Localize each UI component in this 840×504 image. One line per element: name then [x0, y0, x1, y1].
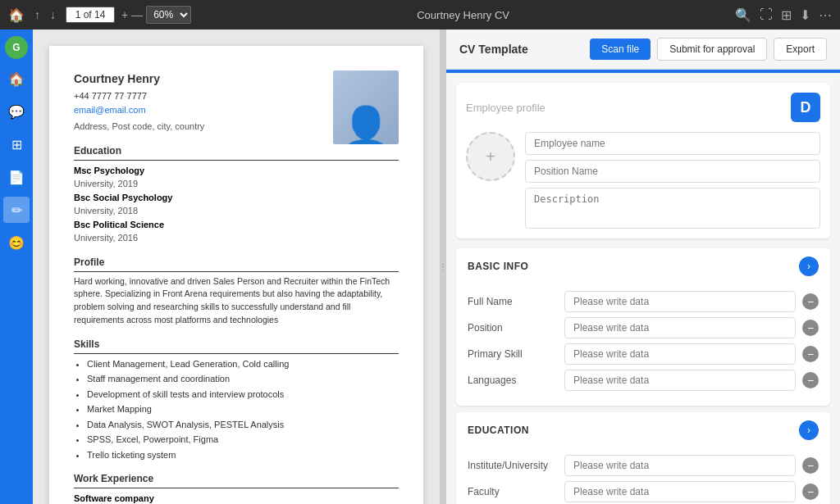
zoom-controls: + — 60% — [121, 6, 191, 24]
sidebar-item-profile[interactable]: 😊 — [3, 229, 30, 256]
work-experience-title: Work Experience — [74, 471, 399, 488]
education-entry-3: Bsc Political Science University, 2016 — [74, 218, 399, 245]
position-label: Position — [468, 322, 558, 334]
languages-label: Languages — [468, 375, 558, 386]
zoom-select[interactable]: 60% — [146, 6, 191, 24]
profile-text: Hard working, innovative and driven Sale… — [74, 275, 399, 327]
employee-name-input[interactable] — [525, 132, 820, 155]
sidebar-item-chat[interactable]: 💬 — [3, 98, 30, 125]
work-company: Software company — [74, 492, 399, 504]
download-button[interactable]: ⬇ — [800, 7, 810, 23]
primary-skill-input[interactable] — [564, 343, 796, 365]
fullname-remove-button[interactable]: − — [802, 293, 819, 310]
page-total: 14 — [94, 9, 105, 20]
languages-input[interactable] — [564, 370, 796, 391]
nav-up-button[interactable]: ↑ — [31, 7, 43, 23]
description-textarea[interactable] — [525, 188, 820, 229]
education-title: Education — [74, 143, 399, 161]
nav-controls: ↑ ↓ — [31, 7, 59, 23]
document-title: Courtney Henry CV — [198, 9, 728, 21]
edu-degree-3: Bsc Political Science — [74, 218, 399, 232]
institute-input-1[interactable] — [564, 455, 796, 476]
employee-fields — [525, 132, 820, 229]
skill-item: Data Analysis, SWOT Analysis, PESTEL Ana… — [87, 418, 399, 432]
right-panel-actions: Scan file Submit for approval Export — [590, 38, 827, 61]
export-button[interactable]: Export — [774, 38, 827, 61]
submit-for-approval-button[interactable]: Submit for approval — [657, 38, 767, 61]
education-row-institute-1: Institute/University − — [468, 455, 819, 476]
education-entry-1: Msc Psychology University, 2019 — [74, 164, 399, 191]
languages-remove-button[interactable]: − — [802, 372, 819, 388]
basic-info-row-position: Position − — [468, 317, 819, 338]
page-info: 1 of 14 — [66, 7, 115, 23]
education-header[interactable]: EDUCATION › — [456, 412, 830, 448]
primary-skill-label: Primary Skill — [468, 348, 558, 360]
cv-photo: 👤 — [333, 70, 399, 144]
toolbar: 🏠 ↑ ↓ 1 of 14 + — 60% Courtney Henry CV … — [0, 0, 840, 30]
main-layout: G 🏠 💬 ⊞ 📄 ✏ 😊 👤 Courtney Henry +44 7777 … — [0, 30, 840, 504]
edu-inst-2: University, 2018 — [74, 204, 399, 218]
basic-info-row-languages: Languages − — [468, 370, 819, 391]
page-current: 1 — [75, 9, 81, 20]
employee-profile-section: Employee profile D + — [456, 83, 830, 238]
primary-skill-remove-button[interactable]: − — [802, 346, 819, 362]
employee-profile-header: Employee profile D — [466, 93, 820, 122]
edu-inst-1: University, 2019 — [74, 177, 399, 191]
resize-handle[interactable]: ⋮ — [440, 30, 446, 504]
home-icon[interactable]: 🏠 — [8, 7, 25, 23]
scan-file-button[interactable]: Scan file — [590, 39, 651, 60]
toolbar-actions: 🔍 ⛶ ⊞ ⬇ ⋯ — [735, 7, 832, 23]
right-panel-header: CV Template Scan file Submit for approva… — [446, 30, 840, 70]
zoom-plus-button[interactable]: + — [121, 8, 128, 21]
institute-label-1: Institute/University — [468, 460, 558, 471]
education-entry-2: Bsc Social Psychology University, 2018 — [74, 191, 399, 218]
sidebar-item-edit[interactable]: ✏ — [3, 197, 30, 223]
fullname-input[interactable] — [564, 291, 796, 312]
edu-degree-2: Bsc Social Psychology — [74, 191, 399, 205]
skill-item: Trello ticketing system — [87, 448, 399, 462]
fullname-label: Full Name — [468, 296, 558, 307]
skill-item: Market Mapping — [87, 402, 399, 416]
position-input[interactable] — [564, 317, 796, 338]
avatar[interactable]: G — [5, 36, 28, 59]
nav-down-button[interactable]: ↓ — [47, 7, 59, 23]
basic-info-row-fullname: Full Name − — [468, 291, 819, 312]
sidebar-item-home[interactable]: 🏠 — [3, 66, 30, 92]
avatar-placeholder[interactable]: + — [466, 132, 515, 181]
education-form-title: EDUCATION — [468, 425, 529, 436]
basic-info-chevron[interactable]: › — [799, 257, 819, 276]
position-remove-button[interactable]: − — [802, 320, 819, 336]
right-panel-title: CV Template — [459, 43, 528, 56]
cv-preview[interactable]: 👤 Courtney Henry +44 7777 77 7777 email@… — [33, 30, 440, 504]
edu-inst-3: University, 2016 — [74, 231, 399, 245]
edu-degree-1: Msc Psychology — [74, 164, 399, 178]
basic-info-header[interactable]: BASIC INFO › — [456, 248, 830, 284]
sidebar: G 🏠 💬 ⊞ 📄 ✏ 😊 — [0, 30, 33, 504]
basic-info-body: Full Name − Position − Primary Skill − — [456, 284, 830, 406]
education-chevron[interactable]: › — [799, 420, 819, 440]
search-button[interactable]: 🔍 — [735, 7, 751, 23]
faculty-input-1[interactable] — [564, 481, 796, 502]
sidebar-item-grid[interactable]: ⊞ — [3, 131, 30, 157]
basic-info-row-skill: Primary Skill − — [468, 343, 819, 365]
skill-item: Staff management and coordination — [87, 372, 399, 386]
position-name-input[interactable] — [525, 160, 820, 183]
sidebar-item-document[interactable]: 📄 — [3, 164, 30, 190]
grid-button[interactable]: ⊞ — [781, 7, 792, 23]
skill-item: Development of skill tests and interview… — [87, 388, 399, 402]
skills-list: Client Management, Lead Generation, Cold… — [87, 357, 399, 462]
employee-profile-label: Employee profile — [466, 102, 546, 114]
employee-profile-icon: D — [791, 93, 820, 122]
zoom-minus-button[interactable]: — — [131, 8, 143, 21]
skills-title: Skills — [74, 337, 399, 354]
basic-info-title: BASIC INFO — [468, 261, 528, 272]
more-button[interactable]: ⋯ — [819, 7, 832, 23]
institute-remove-button-1[interactable]: − — [802, 457, 819, 474]
expand-button[interactable]: ⛶ — [760, 7, 773, 23]
skill-item: SPSS, Excel, Powerpoint, Figma — [87, 433, 399, 447]
right-panel: CV Template Scan file Submit for approva… — [446, 30, 840, 504]
faculty-remove-button-1[interactable]: − — [802, 484, 819, 500]
education-row-faculty-1: Faculty − — [468, 481, 819, 502]
photo-person-icon: 👤 — [340, 107, 391, 144]
form-content[interactable]: Employee profile D + BASIC — [446, 73, 840, 504]
